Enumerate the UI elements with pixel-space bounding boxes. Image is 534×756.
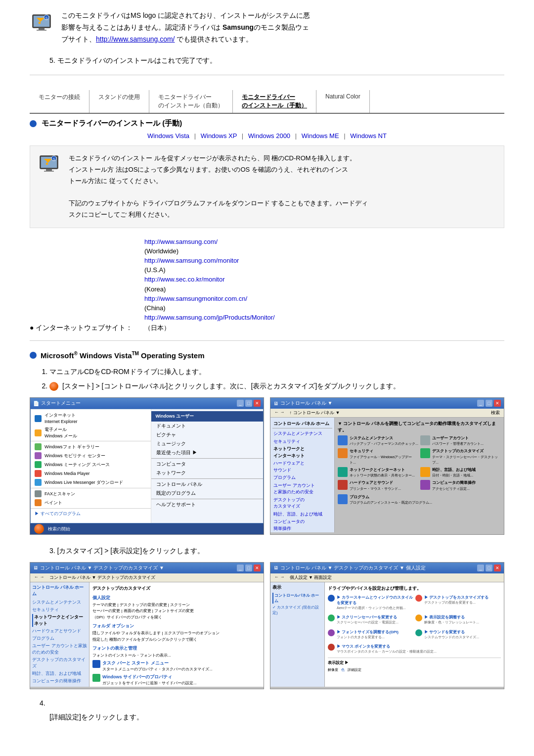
cp-nav-clock[interactable]: 時計、言語、および地域 xyxy=(272,511,332,519)
start-right-recent[interactable]: 最近使った項目 ▶ xyxy=(151,448,263,457)
cp-close-btn[interactable]: ✕ xyxy=(494,400,501,407)
tab-driver-auto[interactable]: モニタードライバーのインストール（自動） xyxy=(149,90,233,113)
disp-icon-3 xyxy=(328,614,335,621)
start-right-network[interactable]: ネットワーク xyxy=(151,469,263,477)
monitor-icon: S xyxy=(30,12,53,36)
link-japan[interactable]: http://www.samsung.com/jp/Products/Monit… xyxy=(144,312,275,323)
os-link-2000[interactable]: Windows 2000 xyxy=(248,132,290,140)
cp-item-1: システムとメンテナンスバックアップ・パフォーマンスのチェック... xyxy=(338,435,418,446)
disp-nav-custom[interactable]: ✓ カスタマイズ (現在の設定) xyxy=(272,605,322,615)
tab-driver-manual[interactable]: モニタードライバーのインストール（手動） xyxy=(233,90,316,113)
cust-max[interactable]: □ xyxy=(245,565,252,571)
cp-maximize-btn[interactable]: □ xyxy=(486,400,492,407)
cust-min[interactable]: _ xyxy=(237,565,244,571)
cp-icon-6 xyxy=(420,467,430,477)
cust-nav-clock[interactable]: 時計、言語、および地域 xyxy=(32,670,87,677)
start-item-media: Windows Media Player xyxy=(31,469,151,478)
samsung-link[interactable]: http://www.samsung.com/ xyxy=(96,35,175,43)
maximize-btn[interactable]: □ xyxy=(245,400,252,407)
cust-nav-security[interactable]: セキュリティ xyxy=(32,607,87,613)
os-link-vista[interactable]: Windows Vista xyxy=(147,132,189,140)
minimize-btn[interactable]: _ xyxy=(237,400,244,407)
start-right-pictures[interactable]: ピクチャ xyxy=(151,430,263,439)
os-link-me[interactable]: Windows ME xyxy=(302,132,339,140)
cp-icon-programs xyxy=(338,494,348,504)
cp-nav-appearance[interactable]: デスクトップのカスタマイズ xyxy=(272,496,332,511)
win-vista-icon xyxy=(92,674,100,682)
start-item-all[interactable]: ▶ すべてのプログラム xyxy=(31,510,151,518)
os-link-nt[interactable]: Windows NT xyxy=(350,132,387,140)
tab-natural-color[interactable]: Natural Color xyxy=(316,90,370,113)
start-right-music[interactable]: ミュージック xyxy=(151,439,263,448)
tab-monitor-connection[interactable]: モニターの接続 xyxy=(30,90,89,113)
screenshots-row-1: 📄 スタートメニュー _ □ ✕ インターネットInternet Explore… xyxy=(30,397,504,535)
start-item-meeting: Windows ミーティング スペース xyxy=(31,460,151,469)
cust-nav-system[interactable]: システムとメンテナンス xyxy=(32,599,87,606)
link-china[interactable]: http://www.samsungmonitor.com.cn/ xyxy=(144,293,275,304)
cust-nav-programs[interactable]: プログラム xyxy=(32,635,87,642)
media-icon xyxy=(35,470,42,477)
screenshot-start-menu: 📄 スタートメニュー _ □ ✕ インターネットInternet Explore… xyxy=(30,397,264,535)
close-btn[interactable]: ✕ xyxy=(254,400,261,407)
disp-nav-display[interactable]: コントロールパネル ホーム xyxy=(272,593,322,604)
link-korea[interactable]: http://www.sec.co.kr/monitor xyxy=(144,274,275,285)
cust-main-area: デスクトップのカスタマイズ 個人設定 テーマの変更 | デスクトップの背景の変更… xyxy=(89,582,264,687)
cust-left-nav: コントロール パネル ホーム システムとメンテナンス セキュリティ ネットワーク… xyxy=(30,582,89,687)
cp-nav-accessibility[interactable]: コンピュータの簡単操作 xyxy=(272,518,332,532)
cp-icon-4 xyxy=(420,448,430,458)
vista-heading: Microsoft® Windows VistaTM Operating Sys… xyxy=(41,351,204,360)
search-bar[interactable]: 検索の開始 xyxy=(48,526,70,532)
cp-nav-network[interactable]: ネットワークとインターネット xyxy=(272,445,332,460)
vista-step-3-text: 3. [カスタマイズ] > [表示設定]をクリックします。 xyxy=(49,545,504,557)
link-usa[interactable]: http://www.samsung.com/monitor xyxy=(144,255,275,266)
cust-nav-network[interactable]: ネットワークとインターネット xyxy=(32,614,87,627)
start-item-mobility: Windows モビリティ センター xyxy=(31,451,151,460)
ie-icon xyxy=(35,415,42,422)
start-right-documents[interactable]: ドキュメント xyxy=(151,422,263,430)
start-right-defaults[interactable]: 既定のプログラム xyxy=(151,489,263,498)
os-link-xp[interactable]: Windows XP xyxy=(201,132,237,140)
screenshot-customize: 🖥 コントロール パネル ▼ デスクトップのカスタマイズ ▼ _ □ ✕ ← →… xyxy=(30,562,264,689)
start-right-controlpanel[interactable]: コントロール パネル xyxy=(151,480,263,489)
tab-stand-use[interactable]: スタンドの使用 xyxy=(89,90,149,113)
cust-nav-desktop[interactable]: デスクトップのカスタマイズ xyxy=(32,657,87,669)
cp-minimize-btn[interactable]: _ xyxy=(477,400,484,407)
svg-rect-8 xyxy=(46,169,52,171)
cust-close[interactable]: ✕ xyxy=(254,565,261,571)
cust-nav-ease[interactable]: コンピュータの簡単操作 xyxy=(32,678,87,684)
cp-nav-hardware[interactable]: ハードウェアとサウンド xyxy=(272,460,332,474)
start-orb[interactable] xyxy=(34,524,44,534)
start-item-gallery: Windowsフォト ギャラリー xyxy=(31,442,151,451)
start-item-fax: FAXとスキャン xyxy=(31,489,151,498)
step-4-num: 4. xyxy=(40,699,504,707)
os-links-row: Windows Vista | Windows XP | Windows 200… xyxy=(30,132,504,140)
disp-min[interactable]: _ xyxy=(477,565,484,571)
start-right-help[interactable]: ヘルプとサポート xyxy=(151,500,263,509)
cp-icon-2 xyxy=(420,435,430,445)
svg-rect-3 xyxy=(37,30,46,31)
disp-max[interactable]: □ xyxy=(486,565,492,571)
tab-navigation: モニターの接続 スタンドの使用 モニタードライバーのインストール（自動） モニタ… xyxy=(30,90,504,114)
cust-nav-hardware[interactable]: ハードウェアとサウンド xyxy=(32,628,87,634)
cp-nav-security[interactable]: セキュリティ xyxy=(272,438,332,446)
cp-icon-3 xyxy=(338,448,348,458)
info-monitor-icon: S xyxy=(37,153,61,177)
cp-main-area: ▼ コントロール パネルを調整してコンピュータの動作環境をカスタマイズします。 … xyxy=(335,418,504,532)
start-item-paint: ペイント xyxy=(31,498,151,507)
vista-step-1: マニュアルCDをCD-ROMドライブに挿入します。 xyxy=(49,366,504,378)
win-controls: _ □ ✕ xyxy=(237,400,261,407)
cp-nav-system[interactable]: システムとメンテナンス xyxy=(272,430,332,438)
cp-nav-users[interactable]: ユーザー アカウントと家族のための安全 xyxy=(272,482,332,496)
link-worldwide[interactable]: http://www.samsung.com/ xyxy=(144,236,275,247)
disp-left-nav: 表示 コントロールパネル ホーム ✓ カスタマイズ (現在の設定) xyxy=(270,582,325,687)
fax-icon xyxy=(35,490,42,497)
vista-section-dot xyxy=(30,352,37,359)
username-area: Windows ユーザー xyxy=(151,411,263,422)
start-right-computer[interactable]: コンピュータ xyxy=(151,460,263,469)
cust-nav-users[interactable]: ユーザー アカウントと家族のための安全 xyxy=(32,643,87,656)
display-menu-bar: ← → 個人設定 ▼ 画面設定 xyxy=(270,573,504,582)
cp-nav-programs[interactable]: プログラム xyxy=(272,474,332,482)
disp-close[interactable]: ✕ xyxy=(494,565,501,571)
messenger-icon xyxy=(35,479,42,486)
cust-menu-bar: ← → コントロール パネル ▼ デスクトップのカスタマイズ xyxy=(30,573,264,582)
